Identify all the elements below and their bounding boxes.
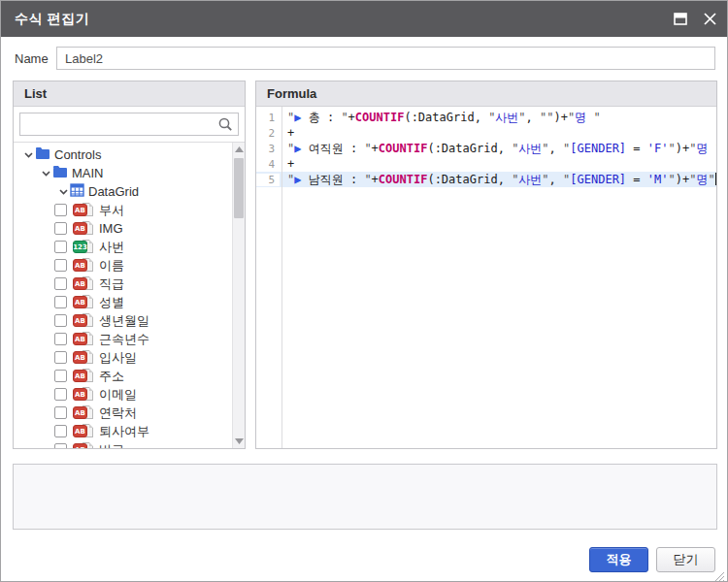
field-checkbox[interactable] [54,388,67,401]
formula-panel-title: Formula [267,86,316,101]
gutter-separator [281,107,282,448]
text-field-icon: AB [73,442,93,448]
formula-editor[interactable]: 1"▶ 총 : "+COUNTIF(:DataGrid, "사번", "")+"… [256,107,716,448]
field-checkbox[interactable] [54,333,67,345]
field-label: 생년월일 [98,312,149,330]
tree-node-label: MAIN [71,166,104,180]
tree-node-main[interactable]: MAIN [14,164,232,182]
formula-code: "▶ 여직원 : "+COUNTIF(:DataGrid, "사번", "[GE… [280,141,716,157]
close-icon[interactable] [702,12,717,27]
line-number: 1 [256,112,280,124]
formula-line[interactable]: 2+ [256,125,716,141]
field-checkbox[interactable] [54,277,67,290]
field-item[interactable]: AB이메일 [14,385,232,404]
field-label: 이메일 [98,386,137,404]
formula-line[interactable]: 4+ [256,156,716,172]
list-panel: List ControlsMAINDataGridAB부서ABIMG123사번A… [13,81,246,449]
field-label: 주소 [98,368,124,385]
resize-grip-icon[interactable] [714,568,724,578]
text-field-icon: AB [73,369,93,383]
close-button[interactable]: 닫기 [656,547,715,572]
scroll-down-icon[interactable] [233,435,245,448]
text-field-icon: AB [73,313,93,328]
field-label: 연락처 [98,404,137,422]
text-cursor [715,173,716,185]
field-item[interactable]: AB부서 [14,201,232,219]
text-field-icon: AB [73,387,93,402]
text-field-icon: AB [73,405,93,420]
tree-node-label: DataGrid [87,184,139,199]
text-field-icon: AB [73,295,93,309]
field-checkbox[interactable] [54,351,67,364]
apply-button[interactable]: 적용 [589,547,648,572]
text-field-icon: AB [73,332,93,346]
field-checkbox[interactable] [54,314,67,327]
field-checkbox[interactable] [54,296,67,308]
scroll-up-icon[interactable] [233,143,245,156]
field-item[interactable]: AB퇴사여부 [14,422,232,440]
tree-scrollbar[interactable] [232,143,245,448]
chevron-down-icon[interactable] [39,167,52,180]
chevron-down-icon[interactable] [56,185,70,199]
field-item[interactable]: AB직급 [14,275,232,293]
field-checkbox[interactable] [54,443,67,448]
folder-icon [52,165,68,181]
tree-node-controls[interactable]: Controls [14,146,232,164]
field-checkbox[interactable] [54,259,67,272]
field-item[interactable]: AB입사일 [14,348,232,367]
dialog-title: 수식 편집기 [1,11,89,28]
field-item[interactable]: 123사번 [14,238,232,256]
field-checkbox[interactable] [54,204,67,216]
formula-line[interactable]: 3"▶ 여직원 : "+COUNTIF(:DataGrid, "사번", "[G… [256,141,716,156]
field-item[interactable]: AB비고 [14,440,232,448]
list-panel-header: List [14,81,245,107]
field-label: 근속년수 [98,331,149,348]
field-label: 직급 [98,275,124,293]
field-label: 이름 [98,257,124,275]
tree-node-datagrid[interactable]: DataGrid [14,182,232,201]
field-item[interactable]: AB이름 [14,256,232,275]
field-label: 부서 [98,202,124,219]
field-item[interactable]: AB연락처 [14,404,232,422]
field-checkbox[interactable] [54,241,67,253]
line-number: 5 [256,174,280,186]
search-input[interactable] [19,113,239,136]
titlebar: 수식 편집기 [1,1,727,37]
field-item[interactable]: ABIMG [14,219,232,238]
field-checkbox[interactable] [54,370,67,382]
folder-icon [35,146,50,163]
formula-panel-header: Formula [256,81,716,107]
field-label: IMG [98,221,123,236]
controls-tree: ControlsMAINDataGridAB부서ABIMG123사번AB이름AB… [14,142,245,448]
text-field-icon: AB [73,276,93,291]
formula-editor-dialog: 수식 편집기 Name List [0,0,728,582]
formula-code: "▶ 남직원 : "+COUNTIF(:DataGrid, "사번", "[GE… [280,172,716,188]
formula-line[interactable]: 1"▶ 총 : "+COUNTIF(:DataGrid, "사번", "")+"… [256,110,716,125]
text-field-icon: AB [73,424,93,438]
field-label: 사번 [98,239,124,256]
description-box [13,464,717,530]
field-checkbox[interactable] [54,425,67,437]
formula-line-current[interactable]: 5"▶ 남직원 : "+COUNTIF(:DataGrid, "사번", "[G… [256,172,716,187]
name-input[interactable] [56,47,715,70]
field-label: 퇴사여부 [98,423,149,440]
number-field-icon: 123 [73,240,93,254]
line-number: 3 [256,143,280,155]
text-field-icon: AB [73,350,93,365]
line-number: 4 [256,158,280,171]
maximize-icon[interactable] [673,12,688,27]
field-label: 성별 [98,294,124,311]
field-checkbox[interactable] [54,406,67,419]
search-icon[interactable] [217,116,233,132]
tree-node-label: Controls [53,147,101,162]
text-field-icon: AB [73,203,93,217]
field-item[interactable]: AB성별 [14,293,232,311]
scrollbar-thumb[interactable] [234,158,244,218]
field-item[interactable]: AB근속년수 [14,330,232,348]
line-number: 2 [256,127,280,140]
field-item[interactable]: AB주소 [14,367,232,385]
field-label: 비고 [98,441,124,449]
chevron-down-icon[interactable] [21,148,35,162]
field-checkbox[interactable] [54,222,67,235]
field-item[interactable]: AB생년월일 [14,311,232,330]
